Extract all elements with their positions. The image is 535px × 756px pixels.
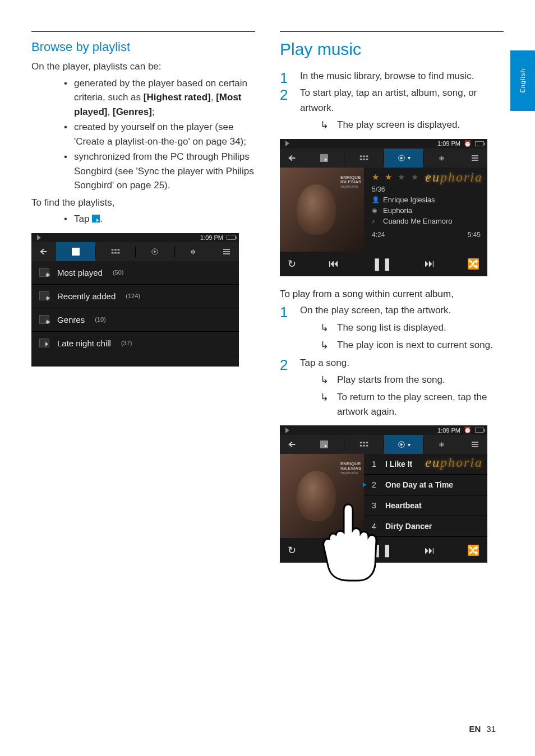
svg-rect-4	[114, 252, 117, 254]
back-button[interactable]	[280, 435, 305, 454]
svg-rect-33	[366, 445, 368, 447]
svg-rect-2	[117, 249, 119, 251]
svg-rect-31	[359, 445, 362, 447]
playlist-row-icon	[39, 268, 49, 277]
svg-rect-40	[472, 444, 478, 445]
tab-library[interactable]	[344, 435, 384, 454]
svg-rect-3	[111, 252, 113, 254]
svg-rect-11	[223, 249, 230, 250]
tab-nowplaying[interactable]: ▾	[384, 149, 423, 168]
svg-rect-37	[441, 443, 442, 447]
svg-rect-36	[440, 444, 441, 447]
menu-button[interactable]	[214, 242, 239, 261]
tab-library[interactable]	[96, 242, 135, 261]
playlist-intro: On the player, playlists can be:	[31, 60, 255, 74]
song-number: 1	[370, 460, 379, 469]
svg-rect-9	[193, 249, 194, 254]
svg-rect-32	[363, 445, 365, 447]
tab-playlists[interactable]	[56, 242, 95, 261]
playlist-icon	[92, 215, 100, 222]
tab-volume[interactable]	[423, 435, 463, 454]
svg-rect-29	[363, 442, 365, 444]
prev-button[interactable]: ⏮	[329, 258, 339, 270]
status-time: 1:09 PM	[200, 234, 223, 241]
tap-hand-icon	[315, 493, 382, 583]
tab-volume[interactable]	[423, 149, 463, 168]
playlist-row[interactable]: Recently added(124)	[31, 285, 239, 308]
tab-playlists[interactable]	[305, 435, 344, 454]
svg-marker-35	[400, 443, 403, 446]
playlist-row[interactable]: Late night chill(37)	[31, 332, 239, 355]
svg-rect-10	[194, 251, 195, 253]
repeat-button[interactable]: ↻	[288, 544, 296, 556]
playlist-row-name: Recently added	[57, 291, 116, 301]
svg-rect-18	[363, 158, 365, 160]
playlist-row[interactable]: Genres(10)	[31, 308, 239, 332]
menu-button[interactable]	[463, 435, 487, 454]
alarm-icon: ⏰	[464, 140, 472, 147]
find-playlists-label: To find the playlists,	[31, 196, 255, 210]
status-time: 1:09 PM	[437, 140, 460, 147]
playlist-row-icon	[39, 291, 49, 300]
playlist-row-name: Genres	[57, 315, 85, 324]
svg-marker-21	[400, 156, 403, 159]
next-button[interactable]: ⏭	[425, 258, 435, 270]
svg-rect-28	[359, 442, 362, 444]
repeat-button[interactable]: ↻	[288, 258, 296, 270]
battery-icon	[475, 428, 484, 433]
album-watermark: euphoria	[425, 455, 483, 470]
battery-icon	[475, 141, 484, 146]
svg-rect-16	[366, 155, 368, 157]
browse-playlist-heading: Browse by playlist	[31, 40, 255, 54]
menu-button[interactable]	[463, 149, 487, 168]
song-row[interactable]: 4Dirty Dancer	[364, 516, 487, 537]
song-title: Dirty Dancer	[385, 522, 432, 531]
back-button[interactable]	[31, 242, 56, 261]
album-art[interactable]: ENRIQUEIGLESIASeuphoria	[280, 168, 364, 252]
tab-library[interactable]	[344, 149, 384, 168]
tab-volume[interactable]	[175, 242, 214, 261]
song-title: Heartbeat	[385, 501, 422, 510]
svg-rect-41	[472, 446, 478, 447]
playlist-bullets: generated by the player based on certain…	[31, 76, 255, 193]
svg-marker-7	[154, 250, 156, 253]
svg-rect-12	[223, 251, 230, 252]
tab-nowplaying[interactable]: ▾	[384, 435, 423, 454]
shuffle-button[interactable]: 🔀	[467, 258, 479, 270]
pause-button[interactable]: ❚❚	[372, 257, 392, 271]
playlist-row-count: (10)	[95, 316, 106, 323]
song-row[interactable]: 3Heartbeat	[364, 495, 487, 516]
songlist-screenshot: 1:09 PM ⏰ ▾ ENRIQUEIGLESIASeuphoria	[280, 425, 487, 563]
song-number: 2	[370, 480, 379, 489]
artist-icon: 👤	[372, 196, 379, 203]
svg-rect-0	[111, 249, 113, 251]
tab-nowplaying[interactable]	[136, 242, 175, 261]
tab-playlists[interactable]	[305, 149, 344, 168]
svg-rect-5	[117, 252, 119, 254]
svg-rect-25	[472, 155, 478, 156]
svg-rect-15	[363, 155, 365, 157]
song-row[interactable]: 2One Day at a Time	[364, 475, 487, 495]
svg-rect-24	[442, 157, 444, 160]
playlist-row-count: (37)	[121, 340, 132, 346]
svg-rect-1	[114, 249, 117, 251]
play-music-heading: Play music	[280, 40, 504, 59]
shuffle-button[interactable]: 🔀	[467, 544, 479, 556]
back-button[interactable]	[280, 149, 305, 168]
battery-icon	[227, 235, 236, 240]
song-title: I Like It	[385, 460, 412, 469]
playlist-row-icon	[39, 315, 49, 324]
playlist-row[interactable]: Most played(50)	[31, 261, 239, 285]
play-indicator-icon	[285, 428, 289, 433]
svg-rect-38	[442, 444, 444, 447]
svg-rect-17	[359, 158, 362, 160]
next-button[interactable]: ⏭	[425, 545, 435, 556]
playlist-screenshot: 1:09 PM Most played(50)Recently added(12…	[31, 233, 239, 367]
svg-rect-30	[366, 442, 368, 444]
left-column: Browse by playlist On the player, playli…	[31, 31, 255, 574]
play-indicator-icon	[37, 235, 41, 240]
svg-rect-19	[366, 158, 368, 160]
page-footer: EN31	[469, 724, 496, 734]
play-screen-screenshot: 1:09 PM ⏰ ▾ ENRIQUEIGLESIASeuphoria	[280, 139, 487, 276]
status-time: 1:09 PM	[437, 427, 460, 434]
